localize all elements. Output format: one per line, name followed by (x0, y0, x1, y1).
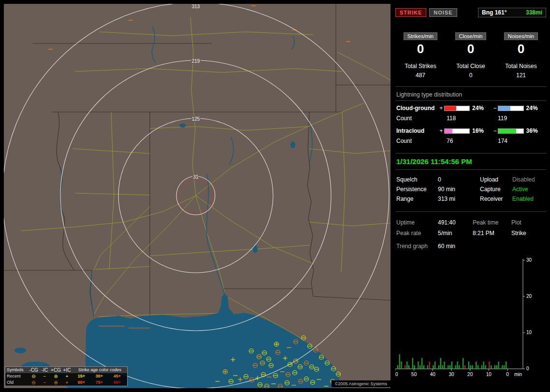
strikes-per-min-value: 0 (395, 42, 446, 56)
cg-minus-bar-fill (498, 106, 510, 111)
map-legend: Symbols -CG -IC +CG +IC Strike age color… (5, 366, 128, 386)
cg-plus-pct: 24% (470, 105, 492, 112)
pic-recent-icon: + (61, 373, 72, 379)
receiver-status: Enabled (512, 196, 546, 202)
trend-graph-canvas: 01020306050403020100min (395, 255, 546, 382)
strikes-per-min-button[interactable]: Strikes/min (404, 32, 437, 40)
svg-text:50: 50 (411, 372, 417, 377)
capture-status: Active (512, 186, 546, 193)
ic-plus-pct: 16% (470, 127, 492, 134)
cloud-ground-row: Cloud-ground + 24% − 24% (395, 103, 546, 113)
ring-label-125: 125 (192, 116, 200, 122)
ring-label-31: 31 (193, 174, 199, 180)
cg-minus-bar (498, 106, 523, 111)
lightning-map[interactable]: 313 219 125 31 Symbols -CG -IC +CG +IC S… (4, 4, 391, 388)
svg-text:20: 20 (467, 372, 473, 377)
cg-minus-pct: 24% (524, 105, 546, 112)
range-value: 313 mi (438, 196, 480, 202)
peak-rate-value: 5/min (438, 230, 473, 237)
peak-time-label: Peak time (473, 219, 511, 226)
cloud-ground-count-row: Count 118 119 (395, 113, 546, 124)
distribution-title: Lightning type distribution (395, 91, 546, 101)
svg-text:40: 40 (430, 372, 436, 377)
peak-time-value: 8:21 PM (473, 230, 511, 237)
svg-text:10: 10 (526, 330, 532, 335)
upload-label: Upload (480, 176, 512, 183)
age-45: 45+ (108, 373, 126, 379)
ncg-old-icon: ⊖ (28, 379, 39, 386)
clock-display: 1/31/2026 11:54:56 PM (395, 153, 546, 170)
legend-old-label: Old (5, 379, 28, 386)
ic-minus-bar (498, 128, 523, 134)
nic-recent-icon: − (39, 373, 50, 379)
ring-label-313: 313 (192, 4, 200, 9)
plot-label: Plot (511, 219, 546, 226)
noises-per-min-value: 0 (496, 42, 546, 56)
noise-mode-button[interactable]: NOISE (429, 8, 457, 17)
capture-label: Capture (480, 186, 512, 193)
copyright-notice: ©2005 Astrogenic Systems (332, 380, 391, 387)
legend-recent-label: Recent (5, 373, 28, 379)
cg-plus-bar-fill (445, 106, 457, 111)
trend-graph: 01020306050403020100min (395, 255, 546, 384)
stats-row: Uptime 491:40 Peak time Plot (395, 217, 546, 228)
intracloud-label: Intracloud (395, 127, 438, 134)
minus-sign: − (492, 105, 498, 112)
total-noises: Total Noises 121 (496, 63, 546, 79)
squelch-value: 0 (438, 176, 480, 183)
age-75: 75+ (90, 379, 108, 386)
pic-old-icon: + (61, 379, 72, 386)
settings-row: Range 313 mi Receiver Enabled (395, 194, 546, 204)
legend-col-ncg: -CG (28, 367, 39, 373)
cg-plus-bar (444, 106, 470, 111)
svg-text:0: 0 (526, 366, 529, 371)
uptime-label: Uptime (395, 219, 438, 226)
uptime-value: 491:40 (438, 219, 473, 226)
plus-sign: + (438, 127, 444, 134)
svg-text:min: min (514, 372, 522, 377)
close-per-min-counter: Close/min 0 (446, 32, 496, 56)
stats-section: Uptime 491:40 Peak time Plot Peak rate 5… (395, 217, 546, 252)
total-close: Total Close 0 (446, 63, 496, 79)
persistence-value: 90 min (438, 186, 480, 193)
nic-old-icon: − (39, 379, 50, 386)
ring-label-219: 219 (192, 58, 200, 64)
ic-minus-bar-fill (498, 129, 516, 133)
age-60: 60+ (72, 379, 90, 386)
peak-rate-label: Peak rate (395, 230, 438, 237)
status-panel: STRIKE NOISE Bng 161° 338mi Strikes/min … (395, 4, 546, 388)
noises-per-min-button[interactable]: Noises/min (504, 32, 538, 40)
svg-text:60: 60 (395, 372, 398, 377)
svg-text:20: 20 (526, 294, 532, 299)
strike-mode-button[interactable]: STRIKE (395, 8, 426, 17)
bearing-value: Bng 161° (482, 9, 507, 16)
total-noises-value: 121 (496, 72, 546, 79)
divider (395, 211, 546, 212)
legend-age-title: Strike age color codes (72, 367, 127, 373)
noises-per-min-counter: Noises/min 0 (496, 32, 546, 56)
total-noises-label: Total Noises (496, 63, 546, 70)
svg-text:10: 10 (486, 372, 492, 377)
pcg-recent-icon: ⊕ (50, 373, 61, 379)
count-label: Count (395, 138, 439, 144)
total-strikes-label: Total Strikes (395, 63, 446, 70)
trend-graph-row: Trend graph 60 min (395, 240, 546, 252)
persistence-label: Persistence (395, 186, 438, 193)
ic-plus-bar-fill (445, 129, 452, 133)
rate-counters: Strikes/min 0 Close/min 0 Noises/min 0 (395, 32, 546, 56)
cg-minus-count: 119 (490, 115, 541, 122)
total-strikes: Total Strikes 487 (395, 63, 446, 79)
close-per-min-value: 0 (446, 42, 496, 56)
divider (395, 86, 546, 87)
legend-col-pic: +IC (61, 367, 72, 373)
intracloud-row: Intracloud + 16% − 36% (395, 126, 546, 136)
settings-row: Persistence 90 min Capture Active (395, 184, 546, 194)
plus-sign: + (438, 105, 444, 112)
receiver-label: Receiver (480, 196, 512, 202)
bearing-indicator[interactable]: Bng 161° 338mi (478, 8, 546, 17)
total-counters: Total Strikes 487 Total Close 0 Total No… (395, 63, 546, 79)
intracloud-count-row: Count 76 174 (395, 136, 546, 146)
ic-plus-count: 76 (439, 138, 490, 144)
total-close-value: 0 (446, 72, 496, 79)
close-per-min-button[interactable]: Close/min (455, 32, 487, 40)
